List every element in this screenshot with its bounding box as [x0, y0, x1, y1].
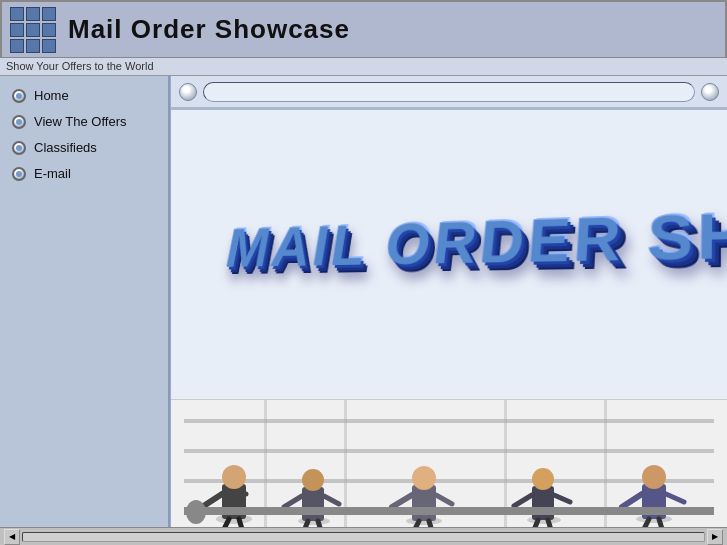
app-icon — [10, 7, 56, 53]
radio-icon-home — [12, 89, 26, 103]
illustration-inner — [171, 400, 727, 527]
subtitle-text: Show Your Offers to the World — [6, 60, 154, 72]
svg-rect-3 — [184, 479, 714, 483]
svg-point-10 — [222, 465, 246, 489]
subtitle-bar: Show Your Offers to the World — [0, 58, 727, 76]
sidebar-item-classifieds[interactable]: Classifieds — [6, 136, 162, 159]
sidebar-item-home[interactable]: Home — [6, 84, 162, 107]
illustration-svg — [171, 399, 727, 527]
scroll-right-button[interactable]: ▶ — [707, 529, 723, 545]
sidebar: Home View The Offers Classifieds E-mail — [0, 76, 170, 527]
page-title: Mail Order Showcase — [68, 14, 350, 45]
svg-point-39 — [642, 465, 666, 489]
address-right-button[interactable] — [701, 83, 719, 101]
svg-line-29 — [429, 521, 432, 527]
scroll-right-icon: ▶ — [712, 532, 718, 541]
svg-rect-44 — [184, 507, 714, 515]
main-content: MAIL ORDER SHOW — [171, 110, 727, 527]
svg-line-15 — [239, 519, 242, 527]
illustration — [171, 399, 727, 527]
content-area: MAIL ORDER SHOW — [170, 76, 727, 527]
hero-3d-text: MAIL ORDER SHOW — [221, 192, 727, 279]
sidebar-label-classifieds: Classifieds — [34, 140, 97, 155]
svg-line-43 — [659, 519, 662, 527]
main-layout: Home View The Offers Classifieds E-mail … — [0, 76, 727, 527]
address-left-button[interactable] — [179, 83, 197, 101]
sidebar-label-email: E-mail — [34, 166, 71, 181]
svg-rect-17 — [302, 487, 324, 521]
sidebar-item-view-offers[interactable]: View The Offers — [6, 110, 162, 133]
radio-icon-classifieds — [12, 141, 26, 155]
sidebar-label-home: Home — [34, 88, 69, 103]
bottom-bar: ◀ ▶ — [0, 527, 727, 545]
scroll-left-button[interactable]: ◀ — [4, 529, 20, 545]
svg-rect-2 — [184, 449, 714, 453]
hero-3d-text-container: MAIL ORDER SHOW — [191, 150, 727, 330]
svg-line-36 — [548, 520, 551, 527]
sidebar-item-email[interactable]: E-mail — [6, 162, 162, 185]
svg-rect-1 — [184, 419, 714, 423]
svg-point-18 — [302, 469, 324, 491]
address-bar — [171, 76, 727, 108]
scroll-left-icon: ◀ — [9, 532, 15, 541]
svg-point-32 — [532, 468, 554, 490]
title-bar: Mail Order Showcase — [0, 0, 727, 58]
scroll-track[interactable] — [22, 532, 705, 542]
radio-icon-email — [12, 167, 26, 181]
radio-icon-view-offers — [12, 115, 26, 129]
sidebar-label-view-offers: View The Offers — [34, 114, 127, 129]
address-input[interactable] — [203, 82, 695, 102]
svg-rect-24 — [412, 485, 436, 521]
svg-line-22 — [318, 521, 321, 527]
svg-point-25 — [412, 466, 436, 490]
